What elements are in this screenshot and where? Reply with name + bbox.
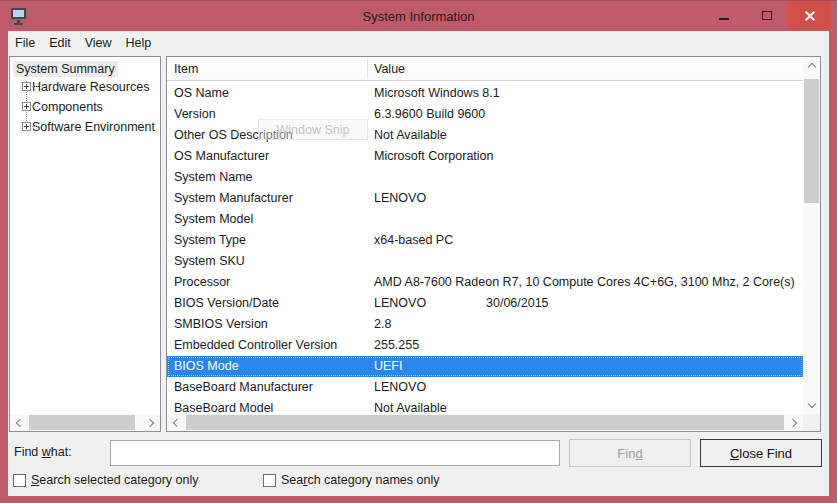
expand-icon[interactable] [22,102,31,111]
details-horizontal-scrollbar[interactable] [167,414,803,431]
expand-icon[interactable] [22,82,31,91]
menu-file[interactable]: File [8,32,42,54]
scrollbar-corner [803,414,820,431]
tree-item-hardware-resources[interactable]: Hardware Resources [10,77,160,97]
menu-bar: FileEditViewHelp [8,31,829,54]
scroll-down-icon[interactable] [803,397,820,414]
row-baseboard-manufacturer[interactable]: BaseBoard ManufacturerLENOVO [167,377,803,398]
checkbox-icon[interactable] [13,474,26,487]
scroll-right-icon[interactable] [143,414,160,431]
list-header: Item Value [167,57,803,81]
row-processor[interactable]: ProcessorAMD A8-7600 Radeon R7, 10 Compu… [167,272,803,293]
find-input[interactable] [110,440,560,466]
category-tree-pane: System Summary Hardware ResourcesCompone… [9,56,161,432]
tree-item-system-summary[interactable]: System Summary [13,61,118,77]
tree-hscroll-thumb[interactable] [29,415,135,430]
maximize-button[interactable] [745,1,788,30]
close-button[interactable] [788,1,831,30]
expand-icon[interactable] [22,122,31,131]
menu-help[interactable]: Help [119,32,159,54]
minimize-button[interactable] [702,1,745,30]
client-area: FileEditViewHelp System Summary Hardware… [8,31,829,496]
row-system-sku[interactable]: System SKU [167,251,803,272]
scroll-up-icon[interactable] [803,57,820,74]
row-baseboard-model[interactable]: BaseBoard ModelNot Available [167,398,803,414]
column-separator[interactable] [367,59,368,79]
row-system-manufacturer[interactable]: System ManufacturerLENOVO [167,188,803,209]
tree-horizontal-scrollbar[interactable] [10,414,160,431]
search-category-names-checkbox[interactable]: Search category names only [263,473,439,487]
app-icon [10,7,28,25]
row-os-name[interactable]: OS NameMicrosoft Windows 8.1 [167,83,803,104]
scroll-left-icon[interactable] [167,414,184,431]
details-vertical-scrollbar[interactable] [803,57,820,414]
column-header-value[interactable]: Value [374,57,405,81]
row-system-model[interactable]: System Model [167,209,803,230]
close-icon [804,10,816,22]
window-snip-ghost: Window Snip [258,119,368,140]
scroll-right-icon[interactable] [786,414,803,431]
column-header-item[interactable]: Item [174,57,198,81]
row-bios-mode[interactable]: BIOS ModeUEFI [167,356,803,377]
row-smbios-version[interactable]: SMBIOS Version2.8 [167,314,803,335]
close-find-button[interactable]: Close Find [700,439,822,467]
minimize-icon [719,18,729,20]
details-hscroll-thumb[interactable] [186,415,784,430]
category-tree: System Summary Hardware ResourcesCompone… [10,57,160,397]
search-options: Search selected category only Search cat… [8,473,829,491]
find-what-label: Find what: [14,439,72,465]
row-embedded-controller-version[interactable]: Embedded Controller Version255.255 [167,335,803,356]
row-system-name[interactable]: System Name [167,167,803,188]
checkbox-icon[interactable] [263,474,276,487]
menu-view[interactable]: View [78,32,119,54]
row-os-manufacturer[interactable]: OS ManufacturerMicrosoft Corporation [167,146,803,167]
tree-item-software-environment[interactable]: Software Environment [10,117,160,137]
details-vscroll-thumb[interactable] [804,79,819,203]
maximize-icon [762,11,772,20]
title-bar[interactable]: System Information [0,1,837,31]
row-system-type[interactable]: System Typex64-based PC [167,230,803,251]
find-button[interactable]: Find [569,439,691,467]
menu-edit[interactable]: Edit [42,32,78,54]
tree-item-components[interactable]: Components [10,97,160,117]
details-pane: Item Value OS NameMicrosoft Windows 8.1V… [166,56,821,432]
row-bios-version-date[interactable]: BIOS Version/DateLENOVO30/06/2015 [167,293,803,314]
system-information-window: System Information FileEditViewHelp Syst… [0,0,837,503]
scroll-left-icon[interactable] [10,414,27,431]
search-selected-category-checkbox[interactable]: Search selected category only [13,473,198,487]
